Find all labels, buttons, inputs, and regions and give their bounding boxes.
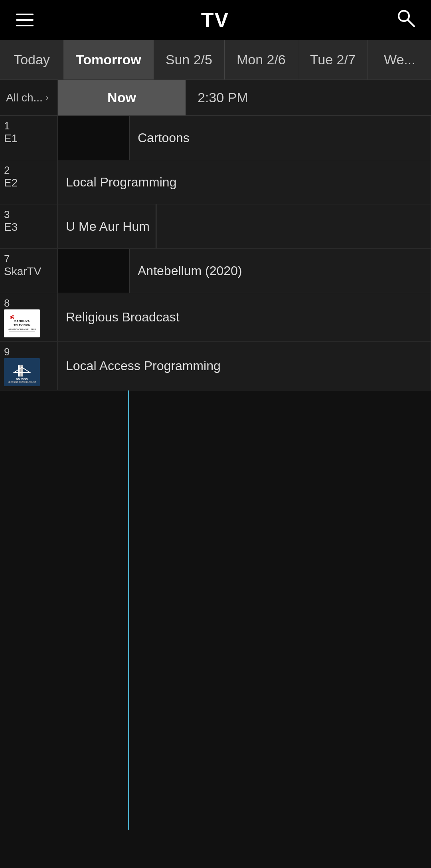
channel-number-skartv: 7	[4, 253, 53, 265]
channel-row-sankhya: 8 ॐ SANKHYA TELEVISION LEARNING CHANNEL …	[0, 293, 431, 342]
program-block-e1-past[interactable]	[58, 116, 130, 160]
channel-info-sankhya[interactable]: 8 ॐ SANKHYA TELEVISION LEARNING CHANNEL …	[0, 293, 58, 341]
tab-tue[interactable]: Tue 2/7	[298, 40, 368, 79]
program-block-e2-local[interactable]: Local Programming	[58, 160, 431, 204]
channel-info-e1[interactable]: 1 E1	[0, 116, 58, 160]
channel-number-e2: 2	[4, 164, 53, 176]
menu-button[interactable]	[16, 14, 34, 26]
channel-row-e3: 3 E3 U Me Aur Hum	[0, 204, 431, 249]
chevron-right-icon: ›	[46, 93, 49, 103]
program-block-e3-umear[interactable]: U Me Aur Hum	[58, 204, 431, 248]
channel-number-e3: 3	[4, 208, 53, 221]
channel-row-skartv: 7 SkarTV Antebellum (2020)	[0, 249, 431, 293]
channel-info-skartv[interactable]: 7 SkarTV	[0, 249, 58, 293]
app-title: TV	[201, 8, 229, 32]
channel-info-e3[interactable]: 3 E3	[0, 204, 58, 248]
channel-number-guyana: 9	[4, 346, 53, 358]
next-time-cell: 2:30 PM	[186, 80, 431, 115]
program-area-sankhya: Religious Broadcast	[58, 293, 431, 341]
all-channels-button[interactable]: All ch... ›	[0, 80, 58, 115]
channel-name-e3: E3	[4, 221, 53, 234]
channel-row-e1: 1 E1 Cartoons	[0, 116, 431, 160]
svg-text:GUYANA: GUYANA	[16, 377, 28, 380]
svg-text:SANKHYA: SANKHYA	[14, 319, 30, 323]
channel-number-sankhya: 8	[4, 297, 53, 309]
day-tabs: Today Tomorrow Sun 2/5 Mon 2/6 Tue 2/7 W…	[0, 40, 431, 80]
program-area-e2: Local Programming	[58, 160, 431, 204]
svg-rect-10	[20, 365, 21, 377]
channel-name-e1: E1	[4, 132, 53, 145]
now-time-cell: Now	[58, 80, 186, 115]
channel-info-e2[interactable]: 2 E2	[0, 160, 58, 204]
channel-logo-guyana: GUYANA LEARNING CHANNEL TRUST	[4, 358, 40, 386]
svg-text:TELEVISION: TELEVISION	[14, 324, 30, 327]
channel-info-guyana[interactable]: 9 GUYANA LEARNING CHANNEL TRUST	[0, 342, 58, 390]
svg-text:ॐ: ॐ	[10, 315, 14, 320]
channel-row-guyana: 9 GUYANA LEARNING CHANNEL TRUST Local Ac…	[0, 342, 431, 390]
channel-logo-sankhya: ॐ SANKHYA TELEVISION LEARNING CHANNEL TR…	[4, 309, 40, 337]
channel-row-e2: 2 E2 Local Programming	[0, 160, 431, 204]
time-row: All ch... › Now 2:30 PM	[0, 80, 431, 116]
empty-area	[0, 390, 431, 830]
svg-rect-7	[9, 331, 35, 331]
svg-line-1	[408, 20, 414, 26]
tab-wed[interactable]: We...	[368, 40, 431, 79]
program-area-e1: Cartoons	[58, 116, 431, 160]
search-button[interactable]	[397, 9, 415, 31]
svg-text:LEARNING CHANNEL TRUST: LEARNING CHANNEL TRUST	[8, 328, 36, 331]
tab-tomorrow[interactable]: Tomorrow	[64, 40, 154, 79]
svg-text:LEARNING CHANNEL TRUST: LEARNING CHANNEL TRUST	[8, 381, 36, 383]
header: TV	[0, 0, 431, 40]
program-area-skartv: Antebellum (2020)	[58, 249, 431, 293]
tab-mon[interactable]: Mon 2/6	[225, 40, 298, 79]
schedule-grid: 1 E1 Cartoons 2 E2 Local Programming 3	[0, 116, 431, 830]
program-block-guyana-local-access[interactable]: Local Access Programming	[58, 342, 431, 390]
program-area-e3: U Me Aur Hum	[58, 204, 431, 248]
tab-sun[interactable]: Sun 2/5	[154, 40, 225, 79]
channel-name-e2: E2	[4, 176, 53, 189]
program-block-skartv-antebellum[interactable]: Antebellum (2020)	[130, 249, 431, 293]
svg-rect-9	[18, 365, 20, 377]
program-area-guyana: Local Access Programming	[58, 342, 431, 390]
program-block-skartv-past[interactable]	[58, 249, 130, 293]
channel-number-e1: 1	[4, 120, 53, 132]
channel-name-skartv: SkarTV	[4, 265, 53, 278]
program-block-e1-cartoons[interactable]: Cartoons	[130, 116, 431, 160]
tab-today[interactable]: Today	[0, 40, 64, 79]
program-block-sankhya-religious[interactable]: Religious Broadcast	[58, 293, 431, 341]
